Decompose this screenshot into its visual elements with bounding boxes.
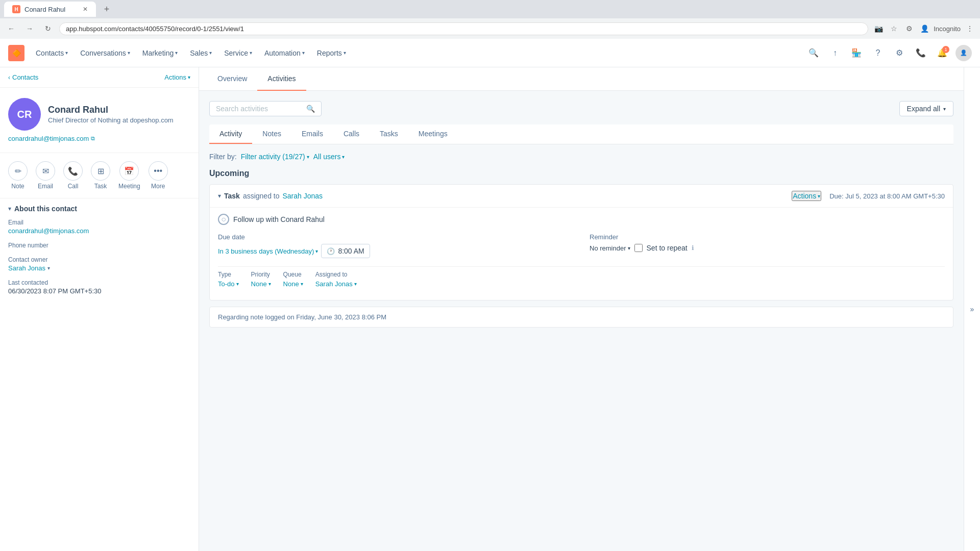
phone-icon[interactable]: 📞 xyxy=(913,45,929,61)
nav-automation-label: Automation xyxy=(264,49,301,57)
nav-contacts-label: Contacts xyxy=(36,49,64,57)
main-content: Overview Activities 🔍 Expand all ▾ xyxy=(199,67,964,551)
nav-service[interactable]: Service ▾ xyxy=(219,46,257,60)
nav-contacts[interactable]: Contacts ▾ xyxy=(31,46,73,60)
task-collapse-icon[interactable]: ▾ xyxy=(218,192,221,199)
extensions-icon[interactable]: ⚙ xyxy=(903,22,915,35)
nav-reports[interactable]: Reports ▾ xyxy=(312,46,351,60)
email-button[interactable]: ✉ Email xyxy=(36,161,55,190)
upload-icon[interactable]: ↑ xyxy=(827,45,843,61)
assigned-to-field: Assigned to Sarah Jonas ▾ xyxy=(315,271,357,288)
task-card: ▾ Task assigned to Sarah Jonas Actions ▾… xyxy=(209,184,953,300)
meeting-button[interactable]: 📅 Meeting xyxy=(118,161,140,190)
nav-conversations[interactable]: Conversations ▾ xyxy=(75,46,135,60)
activity-tab-meetings[interactable]: Meetings xyxy=(408,124,458,144)
reminder-value: No reminder xyxy=(590,244,626,252)
sidebar-actions-arrow: ▾ xyxy=(188,74,190,80)
more-button[interactable]: ••• More xyxy=(149,161,168,190)
about-header[interactable]: ▾ About this contact xyxy=(8,205,190,213)
profile-icon[interactable]: 👤 xyxy=(918,22,930,35)
nav-sales-label: Sales xyxy=(190,49,208,57)
tab-close-icon[interactable]: ✕ xyxy=(83,6,88,13)
activity-tab-notes[interactable]: Notes xyxy=(252,124,291,144)
reminder-select[interactable]: No reminder ▾ xyxy=(590,244,630,252)
type-select[interactable]: To-do ▾ xyxy=(218,280,239,288)
camera-icon[interactable]: 📷 xyxy=(872,22,885,35)
note-button[interactable]: ✏ Note xyxy=(8,161,28,190)
task-date-reminder-row: Due date In 3 business days (Wednesday) … xyxy=(218,233,945,258)
menu-icon[interactable]: ⋮ xyxy=(964,22,976,35)
note-preview-text: Regarding note logged on Friday, June 30… xyxy=(218,313,386,321)
filter-users-button[interactable]: All users ▾ xyxy=(313,153,345,161)
browser-tab[interactable]: H Conard Rahul ✕ xyxy=(4,2,96,17)
call-button[interactable]: 📞 Call xyxy=(63,161,83,190)
address-bar[interactable]: app.hubspot.com/contacts/40055750/record… xyxy=(59,22,868,35)
filter-by-label: Filter by: xyxy=(209,153,237,161)
queue-select[interactable]: None ▾ xyxy=(283,280,303,288)
task-icon: ⊞ xyxy=(91,161,110,181)
marketplace-icon[interactable]: 🏪 xyxy=(848,45,865,61)
type-arrow: ▾ xyxy=(236,281,239,287)
task-complete-checkbox[interactable]: ○ xyxy=(218,214,229,225)
tab-activities[interactable]: Activities xyxy=(257,67,306,91)
forward-button[interactable]: → xyxy=(22,21,37,36)
nav-contacts-arrow: ▾ xyxy=(65,50,68,56)
task-actions-button[interactable]: Actions ▾ xyxy=(792,191,821,201)
sidebar-actions-button[interactable]: Actions ▾ xyxy=(164,73,190,81)
notifications-button[interactable]: 🔔 1 xyxy=(934,45,950,61)
repeat-checkbox[interactable] xyxy=(634,244,643,252)
filter-activity-button[interactable]: Filter activity (19/27) ▾ xyxy=(241,153,309,161)
action-buttons: ✏ Note ✉ Email 📞 Call ⊞ Task 📅 Meeting •… xyxy=(0,153,199,198)
note-icon: ✏ xyxy=(8,161,28,181)
search-box[interactable]: 🔍 xyxy=(209,101,322,116)
activity-tab-tasks[interactable]: Tasks xyxy=(370,124,408,144)
tab-overview[interactable]: Overview xyxy=(207,67,257,91)
collapse-right-panel-button[interactable]: » xyxy=(964,67,980,551)
hs-logo[interactable]: 🔶 xyxy=(8,45,24,61)
queue-field: Queue None ▾ xyxy=(283,271,303,288)
tab-activities-label: Activities xyxy=(267,74,296,83)
activity-tab-calls[interactable]: Calls xyxy=(333,124,370,144)
bookmark-icon[interactable]: ☆ xyxy=(888,22,900,35)
help-icon[interactable]: ? xyxy=(870,45,886,61)
type-label: Type xyxy=(218,271,239,278)
back-button[interactable]: ← xyxy=(4,21,18,36)
nav-marketing[interactable]: Marketing ▾ xyxy=(137,46,183,60)
search-icon[interactable]: 🔍 xyxy=(805,45,822,61)
hs-nav-right: 🔍 ↑ 🏪 ? ⚙ 📞 🔔 1 👤 xyxy=(805,45,972,61)
nav-sales[interactable]: Sales ▾ xyxy=(185,46,217,60)
nav-automation[interactable]: Automation ▾ xyxy=(259,46,310,60)
expand-all-button[interactable]: Expand all ▾ xyxy=(899,101,953,116)
owner-dropdown-icon[interactable]: ▾ xyxy=(47,265,50,271)
assigned-select[interactable]: Sarah Jonas ▾ xyxy=(315,280,357,288)
due-date-select[interactable]: In 3 business days (Wednesday) ▾ xyxy=(218,247,318,255)
email-value[interactable]: conardrahul@timjonas.com xyxy=(8,227,190,235)
repeat-info-icon[interactable]: ℹ xyxy=(692,244,694,252)
task-header-right: Actions ▾ Due: Jul 5, 2023 at 8:00 AM GM… xyxy=(792,191,945,201)
priority-select[interactable]: None ▾ xyxy=(251,280,271,288)
task-assigned-name[interactable]: Sarah Jonas xyxy=(282,192,323,200)
reload-button[interactable]: ↻ xyxy=(41,21,55,36)
user-avatar[interactable]: 👤 xyxy=(955,45,972,61)
email-label: Email xyxy=(8,219,190,226)
browser-nav-icons: 📷 ☆ ⚙ 👤 Incognito ⋮ xyxy=(872,22,976,35)
new-tab-button[interactable]: + xyxy=(100,3,113,16)
settings-icon[interactable]: ⚙ xyxy=(891,45,908,61)
time-input[interactable]: 🕐 8:00 AM xyxy=(321,244,370,258)
sidebar: ‹ Contacts Actions ▾ CR Conard Rahul Chi… xyxy=(0,67,199,551)
nav-service-arrow: ▾ xyxy=(250,50,252,56)
queue-arrow: ▾ xyxy=(301,281,303,287)
activity-tab-activity[interactable]: Activity xyxy=(209,124,252,144)
reminder-row: No reminder ▾ Set to repeat ℹ xyxy=(590,244,945,252)
task-button[interactable]: ⊞ Task xyxy=(91,161,110,190)
copy-email-icon[interactable]: ⧉ xyxy=(91,135,95,142)
back-to-contacts-link[interactable]: ‹ Contacts xyxy=(8,73,38,81)
task-due-date: Due: Jul 5, 2023 at 8:00 AM GMT+5:30 xyxy=(829,192,945,200)
back-link-text: Contacts xyxy=(12,73,38,81)
activity-tab-activity-label: Activity xyxy=(219,130,242,138)
owner-value[interactable]: Sarah Jonas xyxy=(8,264,45,272)
search-input[interactable] xyxy=(216,105,302,113)
activity-tab-emails[interactable]: Emails xyxy=(291,124,333,144)
expand-all-label: Expand all xyxy=(907,105,940,113)
contact-email[interactable]: conardrahul@timjonas.com ⧉ xyxy=(8,135,190,142)
